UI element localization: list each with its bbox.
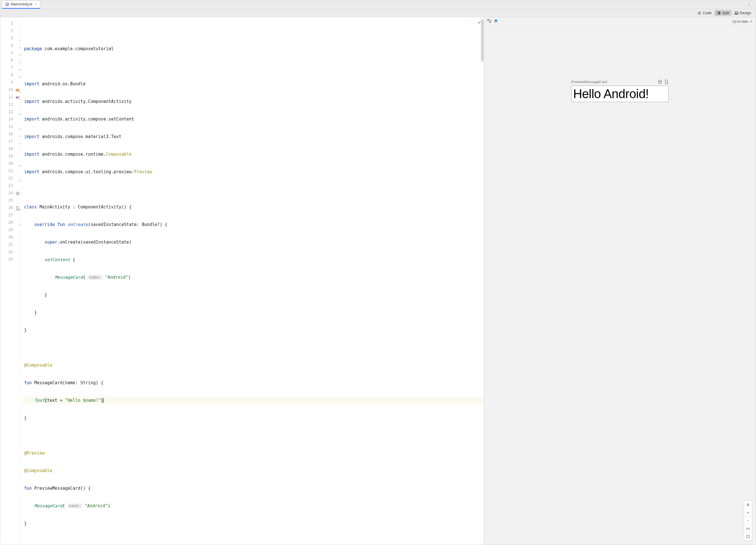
import-2: androidx.activity.ComponentActivity — [39, 99, 131, 104]
svg-rect-19 — [489, 21, 491, 23]
tab-bar-more-icon[interactable]: ⋮ — [743, 2, 756, 7]
fold-handle-icon[interactable] — [19, 177, 21, 179]
gutter-line[interactable]: 18 — [0, 145, 21, 152]
inspection-ok-icon[interactable]: ✔ — [478, 20, 481, 25]
zoom-in-button[interactable]: + — [744, 509, 752, 517]
view-mode-split-label: Split — [722, 11, 729, 15]
fold-handle-icon[interactable] — [19, 162, 21, 164]
brace-close: } — [24, 293, 47, 298]
fn-oncreate-sig: (savedInstanceState: Bundle?) { — [88, 222, 167, 227]
gutter-line[interactable]: 13 — [0, 108, 21, 115]
preview-layers-icon[interactable] — [494, 19, 498, 24]
gutter-line[interactable]: 15 — [0, 123, 21, 130]
fold-handle-icon[interactable] — [19, 133, 21, 135]
import-6-pre: androidx.compose.ui.tooling.preview. — [39, 169, 134, 174]
gutter-line[interactable]: 9 — [0, 78, 21, 86]
gutter-line[interactable]: 8 — [0, 71, 21, 78]
svg-point-21 — [659, 81, 661, 82]
call-messagecard: MessageCard — [34, 503, 62, 508]
code-editor-pane: 12345678910<>111213141516171819202122232… — [0, 17, 484, 545]
gutter-line[interactable]: 3 — [0, 34, 21, 42]
preview-canvas[interactable]: PreviewMessageCard Hello Android! — [484, 26, 756, 545]
kotlin-file-icon — [5, 2, 9, 6]
view-mode-code[interactable]: Code — [695, 10, 714, 16]
svg-point-7 — [16, 97, 18, 98]
gutter-line[interactable]: 14 — [0, 115, 21, 123]
import-1: android.os.Bundle — [39, 81, 86, 86]
gutter-line[interactable]: 29 — [0, 226, 21, 233]
gutter-line[interactable]: 33 — [0, 255, 21, 263]
gutter-line[interactable]: 23 — [0, 182, 21, 189]
view-mode-toolbar: Code Split Design — [0, 9, 756, 17]
fold-handle-icon[interactable] — [19, 37, 21, 39]
editor-gutter[interactable]: 12345678910<>111213141516171819202122232… — [0, 17, 21, 545]
gutter-line[interactable]: 6 — [0, 56, 21, 64]
settings-gutter-icon[interactable] — [15, 190, 20, 195]
gutter-line[interactable]: 2 — [0, 27, 21, 34]
gutter-line[interactable]: 19 — [0, 152, 21, 160]
fold-handle-icon[interactable] — [19, 221, 21, 223]
ide-root: MainActivity.kt × ⋮ Code Split Design — [0, 0, 756, 545]
preview-deploy-icon[interactable] — [664, 80, 669, 84]
zoom-reset-button[interactable]: 1:1 — [744, 525, 752, 533]
preview-pane: Up-to-date ✔ PreviewMessageCard Hello — [484, 17, 756, 545]
fold-handle-icon[interactable] — [19, 140, 21, 142]
editor-scrollbar[interactable] — [481, 19, 484, 61]
preview-output-box[interactable]: Hello Android! — [571, 86, 669, 102]
close-tab-icon[interactable]: × — [34, 2, 37, 6]
brace-close: } — [24, 310, 37, 315]
file-tab-mainactivity[interactable]: MainActivity.kt × — [2, 0, 40, 9]
fold-handle-icon[interactable] — [19, 96, 21, 98]
view-mode-design[interactable]: Design — [732, 10, 753, 16]
call-text: Text — [34, 398, 44, 403]
fold-handle-icon[interactable] — [19, 74, 21, 76]
param-hint-name: name: — [68, 503, 82, 508]
str-android: "Android" — [105, 275, 128, 280]
gutter-line[interactable]: 4 — [0, 42, 21, 49]
gutter-line[interactable]: 24 — [0, 189, 21, 196]
gutter-line[interactable]: 1 — [0, 20, 21, 27]
fold-handle-icon[interactable] — [19, 52, 21, 54]
gutter-line[interactable]: 32 — [0, 248, 21, 255]
zoom-pan-icon[interactable] — [744, 501, 752, 509]
kw-package: package — [24, 46, 42, 51]
fold-handle-icon[interactable] — [19, 44, 21, 46]
gutter-line[interactable]: 30 — [0, 233, 21, 241]
fold-handle-icon[interactable] — [19, 125, 21, 128]
kw-import: import — [24, 152, 39, 157]
svg-rect-22 — [665, 80, 667, 84]
gutter-line[interactable]: 7 — [0, 64, 21, 71]
kw-import: import — [24, 134, 39, 139]
fold-handle-icon[interactable] — [19, 59, 21, 61]
import-5-ann: Composable — [106, 152, 131, 157]
svg-line-16 — [18, 192, 19, 193]
gutter-line[interactable]: 16 — [0, 130, 21, 137]
fold-handle-icon[interactable] — [19, 206, 21, 209]
gutter-line[interactable]: 11 — [0, 93, 21, 101]
preview-interactive-icon[interactable] — [658, 80, 662, 84]
gutter-line[interactable]: 21 — [0, 167, 21, 174]
paren-close: ) — [101, 398, 104, 403]
import-5-pre: androidx.compose.runtime. — [39, 152, 106, 157]
str-hello-name: "Hello $name!" — [65, 398, 101, 403]
gutter-line[interactable]: 22 — [0, 174, 21, 182]
gutter-line[interactable]: 31 — [0, 241, 21, 248]
gutter-line[interactable]: 17 — [0, 137, 21, 145]
code-area[interactable]: ✔ package com.example.composetutorial im… — [21, 17, 484, 545]
gutter-line[interactable]: 25 — [0, 196, 21, 204]
fold-handle-icon[interactable] — [19, 111, 21, 113]
preview-refresh-icon[interactable] — [487, 19, 491, 24]
gutter-line[interactable]: 27 — [0, 211, 21, 218]
gutter-line[interactable]: 5 — [0, 49, 21, 56]
gutter-line[interactable]: 12 — [0, 101, 21, 108]
gutter-line[interactable]: 20 — [0, 160, 21, 167]
fold-handle-icon[interactable] — [19, 88, 21, 91]
gutter-line[interactable]: 28 — [0, 218, 21, 226]
zoom-fit-button[interactable] — [744, 533, 752, 540]
gutter-line[interactable]: 10<> — [0, 86, 21, 93]
fn-oncreate: onCreate — [68, 222, 88, 227]
view-mode-split[interactable]: Split — [714, 10, 731, 16]
zoom-out-button[interactable]: − — [744, 517, 752, 525]
fold-handle-icon[interactable] — [19, 66, 21, 69]
gutter-line[interactable]: 26 — [0, 204, 21, 211]
